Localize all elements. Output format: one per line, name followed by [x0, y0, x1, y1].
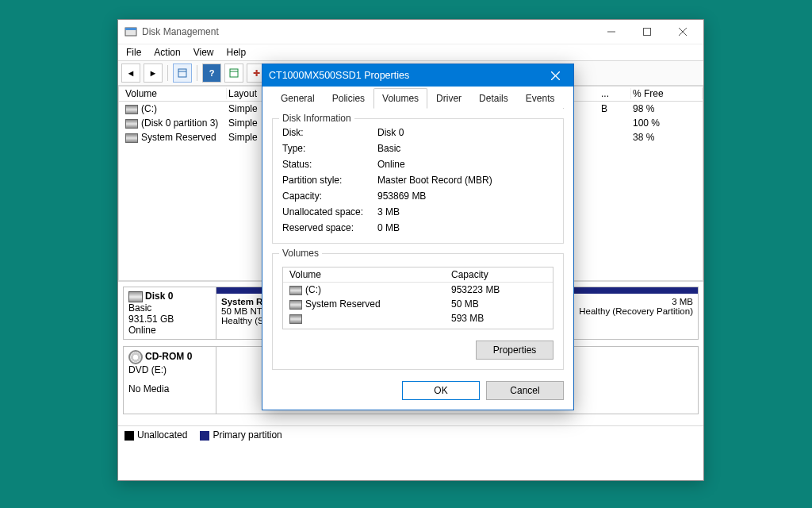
maximize-button[interactable]	[629, 21, 665, 43]
help-button[interactable]: ?	[202, 64, 221, 83]
info-value: Online	[377, 159, 553, 170]
dialog-close-button[interactable]	[543, 66, 567, 85]
tab-policies[interactable]: Policies	[324, 88, 373, 109]
titlebar: Disk Management	[118, 20, 703, 44]
minimize-button[interactable]	[593, 21, 629, 43]
svg-rect-6	[178, 69, 186, 77]
svg-rect-3	[643, 29, 650, 36]
disk-icon	[128, 291, 143, 302]
menu-help[interactable]: Help	[227, 47, 247, 58]
col-free[interactable]: % Free	[631, 88, 703, 99]
menu-file[interactable]: File	[126, 47, 141, 58]
tab-details[interactable]: Details	[470, 88, 517, 109]
info-key: Disk:	[282, 127, 377, 138]
volume-row[interactable]: (C:) 953223 MB	[283, 283, 553, 297]
disk0-header: Disk 0 Basic 931.51 GB Online	[124, 287, 216, 339]
drive-icon	[289, 314, 302, 324]
info-key: Type:	[282, 143, 377, 154]
group-label: Volumes	[279, 248, 322, 259]
info-value: 3 MB	[377, 206, 553, 217]
col-gap[interactable]: ...	[599, 88, 631, 99]
forward-button[interactable]: ►	[144, 64, 163, 83]
close-button[interactable]	[665, 21, 700, 43]
col-volume[interactable]: Volume	[124, 88, 227, 99]
drive-icon	[125, 119, 138, 129]
volume-row[interactable]: 593 MB	[283, 311, 553, 325]
properties-dialog: CT1000MX500SSD1 Properties General Polic…	[262, 64, 574, 410]
dialog-tabs: General Policies Volumes Driver Details …	[272, 88, 564, 109]
info-value: Master Boot Record (MBR)	[377, 175, 553, 186]
drive-icon	[289, 300, 302, 310]
volumes-table[interactable]: Volume Capacity (C:) 953223 MB System Re…	[282, 267, 553, 329]
drive-icon	[125, 105, 138, 114]
volumes-group: Volumes Volume Capacity (C:) 953223 MB S…	[272, 253, 564, 370]
info-key: Reserved space:	[282, 222, 377, 233]
tab-general[interactable]: General	[272, 88, 324, 109]
dialog-titlebar: CT1000MX500SSD1 Properties	[262, 64, 573, 87]
menu-action[interactable]: Action	[154, 47, 180, 58]
cd-icon	[128, 350, 143, 364]
properties-button[interactable]: Properties	[476, 341, 553, 360]
menu-view[interactable]: View	[193, 47, 214, 58]
info-key: Status:	[282, 159, 377, 170]
swatch-unallocated-icon	[124, 431, 134, 441]
tab-events[interactable]: Events	[517, 88, 564, 109]
drive-icon	[289, 286, 302, 295]
cancel-button[interactable]: Cancel	[486, 381, 564, 400]
info-value: 953869 MB	[377, 190, 553, 202]
col-capacity: Capacity	[451, 269, 546, 280]
menubar: File Action View Help	[118, 44, 703, 61]
back-button[interactable]: ◄	[121, 64, 140, 83]
info-key: Capacity:	[282, 190, 377, 202]
cdrom-header: CD-ROM 0 DVD (E:) No Media	[124, 347, 216, 414]
info-key: Unallocated space:	[282, 206, 377, 217]
dialog-title: CT1000MX500SSD1 Properties	[269, 70, 543, 81]
swatch-primary-icon	[200, 431, 209, 441]
show-tree-button[interactable]	[173, 64, 192, 83]
disk-information-group: Disk Information Disk:Disk 0Type:BasicSt…	[272, 118, 564, 244]
col-volume: Volume	[289, 269, 451, 280]
svg-rect-8	[230, 69, 238, 77]
info-key: Partition style:	[282, 175, 377, 186]
info-value: Disk 0	[377, 127, 553, 138]
drive-icon	[125, 133, 138, 143]
ok-button[interactable]: OK	[402, 381, 480, 400]
window-title: Disk Management	[142, 26, 593, 37]
info-value: Basic	[377, 143, 553, 154]
info-value: 0 MB	[377, 222, 553, 233]
tab-driver[interactable]: Driver	[427, 88, 470, 109]
tab-volumes[interactable]: Volumes	[373, 88, 427, 109]
refresh-button[interactable]	[224, 64, 243, 83]
svg-rect-1	[125, 28, 136, 30]
group-label: Disk Information	[279, 113, 354, 124]
legend: Unallocated Primary partition	[118, 425, 703, 444]
volume-row[interactable]: System Reserved 50 MB	[283, 297, 553, 311]
app-icon	[124, 25, 137, 38]
